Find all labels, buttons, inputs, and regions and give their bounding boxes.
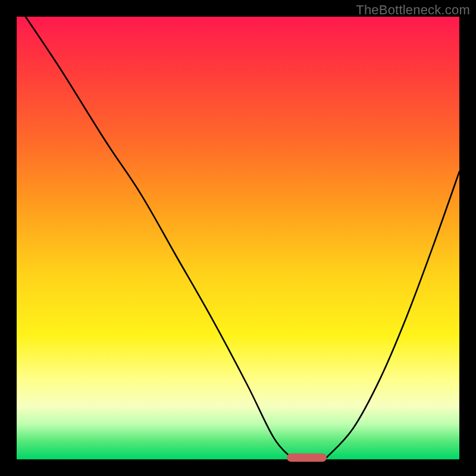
chart-frame: TheBottleneck.com (0, 0, 476, 476)
curve-left-branch (26, 17, 291, 458)
chart-plot-area (17, 17, 459, 459)
optimum-marker (287, 453, 327, 462)
curve-right-branch (327, 171, 459, 458)
watermark-text: TheBottleneck.com (356, 2, 470, 18)
bottleneck-curve (17, 17, 459, 459)
